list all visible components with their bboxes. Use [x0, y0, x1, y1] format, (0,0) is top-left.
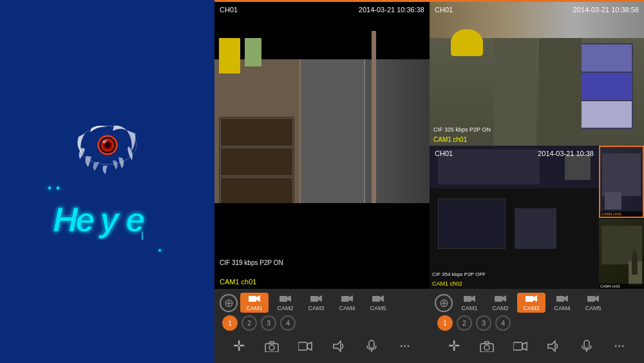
page-1-button[interactable]: 1	[222, 315, 238, 331]
cam-button-3[interactable]: CAM3	[302, 293, 330, 313]
cam1-label: CAM1	[246, 305, 262, 311]
right-snapshot-button[interactable]	[477, 336, 497, 357]
right-page-3-button[interactable]: 3	[476, 315, 491, 331]
right-page-4-button[interactable]: 4	[495, 315, 511, 331]
right-bottom-cam-label: CAM1 ch02	[432, 280, 462, 287]
middle-toolbar: ⊕ CAM1 CAM2 CAM3	[214, 289, 430, 363]
timestamp-label: 2014-03-21 10:36:38	[359, 6, 424, 14]
video-overlay-top: CH01 2014-03-21 10:36:38	[214, 6, 430, 14]
mic-button[interactable]	[361, 336, 382, 357]
right-cam-buttons-row: ⊕ CAM1 CAM2 CAM3	[432, 293, 641, 313]
right-more-button[interactable]: ···	[609, 336, 630, 357]
cam3-thumb-title: CAM3 ch01	[601, 212, 641, 216]
side-thumb-cam3[interactable]: CAM3 ch01	[599, 146, 644, 219]
svg-rect-39	[587, 296, 595, 302]
svg-marker-34	[502, 295, 506, 302]
page-3-button[interactable]: 3	[261, 315, 276, 331]
side-thumb-cam3-label: CAM3 ch01	[600, 211, 643, 217]
svg-rect-29	[369, 340, 374, 348]
star-decoration: ✦ ✦	[46, 184, 61, 193]
cam-button-4[interactable]: CAM4	[333, 293, 361, 313]
page-2-button[interactable]: 2	[242, 315, 257, 331]
right-cam-button-5[interactable]: CAM5	[579, 293, 607, 313]
svg-marker-32	[471, 295, 475, 302]
cam4-label: CAM4	[339, 305, 355, 311]
right-bottom-overlay: CH01 2014-03-21 10:38	[430, 150, 599, 157]
svg-rect-46	[584, 340, 589, 348]
right-cam-button-2[interactable]: CAM2	[486, 293, 515, 313]
cam3-icon	[310, 294, 322, 304]
svg-text:y: y	[98, 200, 121, 239]
svg-rect-31	[464, 296, 471, 302]
right-cam5-label: CAM5	[585, 305, 601, 311]
right-cam-button-1[interactable]: CAM1	[455, 293, 484, 313]
cam4-thumb-title: CAM4 ch01	[600, 284, 643, 288]
right-cam3-icon	[526, 294, 537, 304]
right-page-2-button[interactable]: 2	[457, 315, 472, 331]
middle-video-feed[interactable]: CH01 2014-03-21 10:36:38 CIF 319 kbps P2…	[214, 2, 430, 289]
right-speaker-button[interactable]	[543, 336, 564, 357]
page-4-button[interactable]: 4	[280, 315, 296, 331]
speaker-button[interactable]	[328, 336, 349, 357]
logo-container: ✦ ✦ ✦ H e y	[50, 121, 166, 242]
snapshot-button[interactable]	[261, 336, 282, 357]
cam1-icon	[249, 294, 260, 304]
svg-point-25	[269, 345, 274, 350]
page-buttons-row: 1 2 3 4	[217, 315, 427, 331]
right-bottom-main-cam[interactable]: CH01 2014-03-21 10:38 CIF 354 kbps P2P O…	[430, 146, 599, 289]
record-button[interactable]	[295, 336, 316, 357]
cam5-label: CAM5	[370, 305, 386, 311]
right-cam3-label: CAM3	[523, 305, 539, 311]
right-page-buttons-row: 1 2 3 4	[432, 315, 641, 331]
middle-panel: CH01 2014-03-21 10:36:38 CIF 319 kbps P2…	[214, 0, 430, 363]
left-panel: ✦ ✦ ✦ H e y	[0, 0, 214, 363]
svg-marker-38	[564, 295, 568, 302]
more-button[interactable]: ···	[395, 336, 415, 357]
cam2-label: CAM2	[277, 305, 293, 311]
move-button[interactable]: ✛	[229, 336, 249, 357]
svg-marker-44	[522, 342, 527, 350]
side-thumb-cam4[interactable]: CAM4 ch01	[599, 219, 644, 289]
svg-text:e: e	[75, 200, 95, 239]
cam-button-1[interactable]: CAM1	[240, 293, 269, 313]
right-cam2-label: CAM2	[492, 305, 508, 311]
add-camera-button[interactable]: ⊕	[220, 294, 238, 312]
right-move-button[interactable]: ✛	[444, 336, 464, 357]
right-top-cam[interactable]: CH01 2014-03-21 10:38:58 CIF 325 kbps P2…	[430, 2, 644, 146]
action-buttons-row: ✛ ···	[217, 333, 427, 359]
right-cam4-label: CAM4	[554, 305, 570, 311]
right-panel: CH01 2014-03-21 10:38:58 CIF 325 kbps P2…	[430, 0, 644, 363]
cam-button-2[interactable]: CAM2	[271, 293, 299, 313]
right-top-status: CIF 325 kbps P2P ON	[433, 126, 491, 133]
svg-marker-19	[318, 295, 322, 302]
svg-point-7	[106, 140, 107, 141]
svg-marker-27	[307, 342, 312, 350]
star-decoration-2: ✦	[157, 247, 162, 254]
svg-marker-15	[256, 295, 260, 302]
video-status: CIF 319 kbps P2P ON	[220, 259, 283, 266]
svg-point-5	[105, 142, 110, 148]
right-toolbar: ⊕ CAM1 CAM2 CAM3	[430, 289, 644, 363]
right-cam-button-4[interactable]: CAM4	[548, 293, 576, 313]
right-top-channel: CH01	[435, 6, 453, 14]
svg-rect-18	[310, 296, 318, 302]
cam-label: CAM1 ch01	[220, 278, 256, 286]
svg-marker-40	[595, 295, 599, 302]
cam-button-5[interactable]: CAM5	[364, 293, 392, 313]
right-mic-button[interactable]	[576, 336, 597, 357]
right-bottom-area: CH01 2014-03-21 10:38 CIF 354 kbps P2P O…	[430, 146, 644, 289]
svg-rect-16	[279, 296, 287, 302]
svg-rect-35	[526, 296, 533, 302]
right-add-camera-button[interactable]: ⊕	[435, 294, 453, 312]
svg-rect-22	[372, 296, 380, 302]
right-record-button[interactable]	[510, 336, 531, 357]
svg-point-42	[484, 345, 489, 350]
brand-logo: ✦ ✦ ✦ H e y	[50, 198, 166, 242]
right-cam1-icon	[464, 294, 475, 304]
right-action-buttons-row: ✛ ···	[432, 333, 641, 359]
right-page-1-button[interactable]: 1	[437, 315, 453, 331]
side-thumbnails: CAM3 ch01 CAM4 ch01	[599, 146, 644, 289]
side-thumb-cam4-label: CAM4 ch01	[599, 284, 644, 289]
right-cam-button-3[interactable]: CAM3	[517, 293, 545, 313]
right-top-timestamp: 2014-03-21 10:38:58	[573, 6, 639, 14]
